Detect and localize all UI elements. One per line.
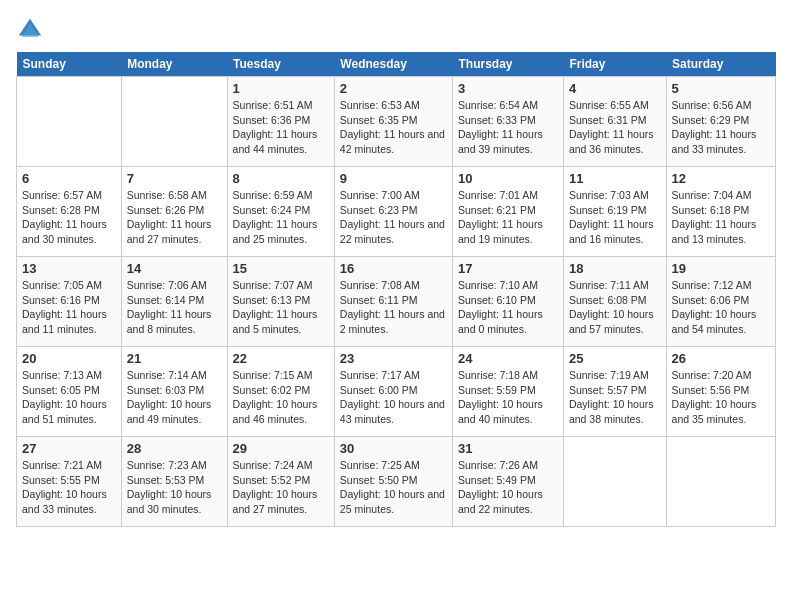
day-number: 1: [233, 81, 329, 96]
day-number: 14: [127, 261, 222, 276]
day-cell: 5Sunrise: 6:56 AM Sunset: 6:29 PM Daylig…: [666, 77, 775, 167]
day-info: Sunrise: 6:56 AM Sunset: 6:29 PM Dayligh…: [672, 98, 770, 157]
day-info: Sunrise: 7:00 AM Sunset: 6:23 PM Dayligh…: [340, 188, 447, 247]
day-number: 5: [672, 81, 770, 96]
day-info: Sunrise: 6:55 AM Sunset: 6:31 PM Dayligh…: [569, 98, 661, 157]
day-cell: 19Sunrise: 7:12 AM Sunset: 6:06 PM Dayli…: [666, 257, 775, 347]
day-cell: 26Sunrise: 7:20 AM Sunset: 5:56 PM Dayli…: [666, 347, 775, 437]
day-info: Sunrise: 6:57 AM Sunset: 6:28 PM Dayligh…: [22, 188, 116, 247]
day-number: 7: [127, 171, 222, 186]
calendar-table: SundayMondayTuesdayWednesdayThursdayFrid…: [16, 52, 776, 527]
day-number: 21: [127, 351, 222, 366]
day-cell: 23Sunrise: 7:17 AM Sunset: 6:00 PM Dayli…: [334, 347, 452, 437]
day-number: 3: [458, 81, 558, 96]
day-cell: 25Sunrise: 7:19 AM Sunset: 5:57 PM Dayli…: [563, 347, 666, 437]
day-number: 18: [569, 261, 661, 276]
day-cell: [121, 77, 227, 167]
calendar-body: 1Sunrise: 6:51 AM Sunset: 6:36 PM Daylig…: [17, 77, 776, 527]
day-cell: 1Sunrise: 6:51 AM Sunset: 6:36 PM Daylig…: [227, 77, 334, 167]
header-row: SundayMondayTuesdayWednesdayThursdayFrid…: [17, 52, 776, 77]
column-header-friday: Friday: [563, 52, 666, 77]
day-info: Sunrise: 7:10 AM Sunset: 6:10 PM Dayligh…: [458, 278, 558, 337]
day-cell: 22Sunrise: 7:15 AM Sunset: 6:02 PM Dayli…: [227, 347, 334, 437]
day-cell: 24Sunrise: 7:18 AM Sunset: 5:59 PM Dayli…: [453, 347, 564, 437]
day-cell: 13Sunrise: 7:05 AM Sunset: 6:16 PM Dayli…: [17, 257, 122, 347]
day-number: 2: [340, 81, 447, 96]
day-cell: 17Sunrise: 7:10 AM Sunset: 6:10 PM Dayli…: [453, 257, 564, 347]
day-number: 11: [569, 171, 661, 186]
day-cell: 3Sunrise: 6:54 AM Sunset: 6:33 PM Daylig…: [453, 77, 564, 167]
day-number: 24: [458, 351, 558, 366]
day-info: Sunrise: 7:05 AM Sunset: 6:16 PM Dayligh…: [22, 278, 116, 337]
day-info: Sunrise: 7:08 AM Sunset: 6:11 PM Dayligh…: [340, 278, 447, 337]
day-number: 23: [340, 351, 447, 366]
week-row-2: 6Sunrise: 6:57 AM Sunset: 6:28 PM Daylig…: [17, 167, 776, 257]
day-number: 10: [458, 171, 558, 186]
day-number: 17: [458, 261, 558, 276]
day-info: Sunrise: 7:24 AM Sunset: 5:52 PM Dayligh…: [233, 458, 329, 517]
day-info: Sunrise: 7:15 AM Sunset: 6:02 PM Dayligh…: [233, 368, 329, 427]
day-cell: 31Sunrise: 7:26 AM Sunset: 5:49 PM Dayli…: [453, 437, 564, 527]
day-info: Sunrise: 7:12 AM Sunset: 6:06 PM Dayligh…: [672, 278, 770, 337]
day-info: Sunrise: 7:13 AM Sunset: 6:05 PM Dayligh…: [22, 368, 116, 427]
day-cell: 15Sunrise: 7:07 AM Sunset: 6:13 PM Dayli…: [227, 257, 334, 347]
page-header: [16, 16, 776, 44]
day-number: 22: [233, 351, 329, 366]
day-cell: 28Sunrise: 7:23 AM Sunset: 5:53 PM Dayli…: [121, 437, 227, 527]
day-cell: 21Sunrise: 7:14 AM Sunset: 6:03 PM Dayli…: [121, 347, 227, 437]
day-info: Sunrise: 7:06 AM Sunset: 6:14 PM Dayligh…: [127, 278, 222, 337]
day-cell: 20Sunrise: 7:13 AM Sunset: 6:05 PM Dayli…: [17, 347, 122, 437]
day-cell: 7Sunrise: 6:58 AM Sunset: 6:26 PM Daylig…: [121, 167, 227, 257]
day-number: 29: [233, 441, 329, 456]
day-info: Sunrise: 7:23 AM Sunset: 5:53 PM Dayligh…: [127, 458, 222, 517]
day-number: 4: [569, 81, 661, 96]
day-info: Sunrise: 7:03 AM Sunset: 6:19 PM Dayligh…: [569, 188, 661, 247]
day-cell: 2Sunrise: 6:53 AM Sunset: 6:35 PM Daylig…: [334, 77, 452, 167]
day-number: 12: [672, 171, 770, 186]
day-cell: 29Sunrise: 7:24 AM Sunset: 5:52 PM Dayli…: [227, 437, 334, 527]
day-info: Sunrise: 7:17 AM Sunset: 6:00 PM Dayligh…: [340, 368, 447, 427]
day-info: Sunrise: 7:21 AM Sunset: 5:55 PM Dayligh…: [22, 458, 116, 517]
day-cell: 16Sunrise: 7:08 AM Sunset: 6:11 PM Dayli…: [334, 257, 452, 347]
day-cell: [563, 437, 666, 527]
column-header-saturday: Saturday: [666, 52, 775, 77]
day-number: 30: [340, 441, 447, 456]
day-number: 20: [22, 351, 116, 366]
logo: [16, 16, 48, 44]
column-header-thursday: Thursday: [453, 52, 564, 77]
day-number: 28: [127, 441, 222, 456]
week-row-1: 1Sunrise: 6:51 AM Sunset: 6:36 PM Daylig…: [17, 77, 776, 167]
day-info: Sunrise: 7:04 AM Sunset: 6:18 PM Dayligh…: [672, 188, 770, 247]
day-cell: [17, 77, 122, 167]
day-info: Sunrise: 7:01 AM Sunset: 6:21 PM Dayligh…: [458, 188, 558, 247]
day-cell: 6Sunrise: 6:57 AM Sunset: 6:28 PM Daylig…: [17, 167, 122, 257]
week-row-3: 13Sunrise: 7:05 AM Sunset: 6:16 PM Dayli…: [17, 257, 776, 347]
day-cell: 27Sunrise: 7:21 AM Sunset: 5:55 PM Dayli…: [17, 437, 122, 527]
column-header-monday: Monday: [121, 52, 227, 77]
day-info: Sunrise: 7:07 AM Sunset: 6:13 PM Dayligh…: [233, 278, 329, 337]
day-number: 13: [22, 261, 116, 276]
day-cell: 8Sunrise: 6:59 AM Sunset: 6:24 PM Daylig…: [227, 167, 334, 257]
day-cell: 30Sunrise: 7:25 AM Sunset: 5:50 PM Dayli…: [334, 437, 452, 527]
day-number: 19: [672, 261, 770, 276]
day-cell: 9Sunrise: 7:00 AM Sunset: 6:23 PM Daylig…: [334, 167, 452, 257]
day-info: Sunrise: 6:53 AM Sunset: 6:35 PM Dayligh…: [340, 98, 447, 157]
day-cell: 12Sunrise: 7:04 AM Sunset: 6:18 PM Dayli…: [666, 167, 775, 257]
day-info: Sunrise: 7:11 AM Sunset: 6:08 PM Dayligh…: [569, 278, 661, 337]
week-row-5: 27Sunrise: 7:21 AM Sunset: 5:55 PM Dayli…: [17, 437, 776, 527]
day-info: Sunrise: 7:19 AM Sunset: 5:57 PM Dayligh…: [569, 368, 661, 427]
day-info: Sunrise: 7:26 AM Sunset: 5:49 PM Dayligh…: [458, 458, 558, 517]
day-cell: 11Sunrise: 7:03 AM Sunset: 6:19 PM Dayli…: [563, 167, 666, 257]
column-header-tuesday: Tuesday: [227, 52, 334, 77]
day-info: Sunrise: 6:59 AM Sunset: 6:24 PM Dayligh…: [233, 188, 329, 247]
day-info: Sunrise: 7:25 AM Sunset: 5:50 PM Dayligh…: [340, 458, 447, 517]
day-cell: 4Sunrise: 6:55 AM Sunset: 6:31 PM Daylig…: [563, 77, 666, 167]
column-header-sunday: Sunday: [17, 52, 122, 77]
day-number: 16: [340, 261, 447, 276]
day-info: Sunrise: 7:18 AM Sunset: 5:59 PM Dayligh…: [458, 368, 558, 427]
day-number: 6: [22, 171, 116, 186]
calendar-header: SundayMondayTuesdayWednesdayThursdayFrid…: [17, 52, 776, 77]
day-cell: [666, 437, 775, 527]
day-info: Sunrise: 7:14 AM Sunset: 6:03 PM Dayligh…: [127, 368, 222, 427]
day-info: Sunrise: 7:20 AM Sunset: 5:56 PM Dayligh…: [672, 368, 770, 427]
